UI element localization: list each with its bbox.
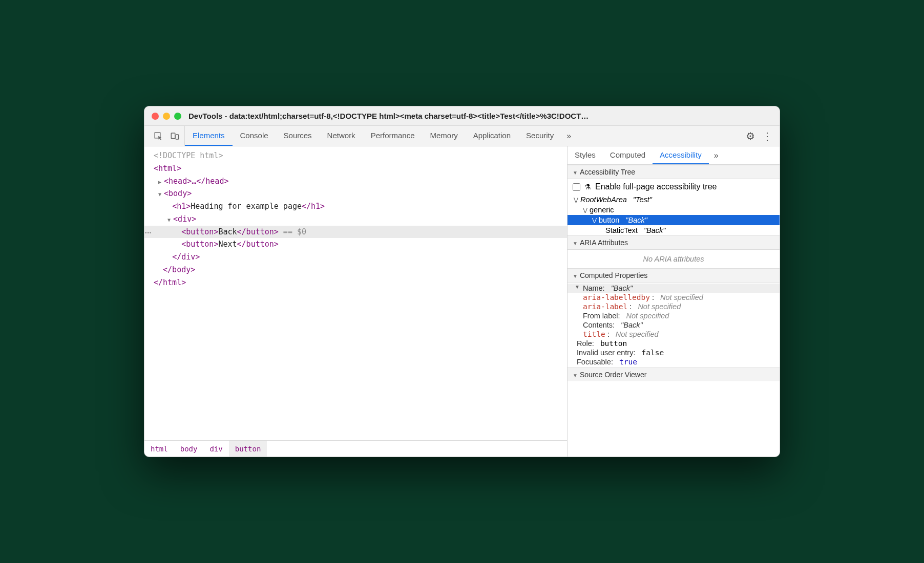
enable-full-tree-row: ⚗ Enable full-page accessibility tree (568, 179, 780, 194)
svg-rect-1 (176, 135, 178, 139)
button-next-line[interactable]: <button>Next</button> (144, 238, 567, 251)
subtabs-overflow-icon[interactable]: » (709, 146, 724, 164)
div-close[interactable]: </div> (144, 251, 567, 264)
window-title: DevTools - data:text/html;charset=utf-8,… (188, 112, 772, 120)
computed-aria-label: aria-label: Not specified (568, 302, 780, 311)
tab-elements[interactable]: Elements (185, 126, 233, 146)
main-toolbar: Elements Console Sources Network Perform… (144, 126, 780, 146)
experimental-icon: ⚗ (584, 183, 591, 191)
content-area: <!DOCTYPE html> <html> ▶<head>…</head> ▼… (144, 146, 780, 457)
computed-from-label: From label: Not specified (568, 311, 780, 320)
minimize-window-button[interactable] (163, 113, 170, 120)
computed-focusable: Focusable: true (568, 357, 780, 366)
computed-invalid: Invalid user entry: false (568, 348, 780, 357)
computed-contents: Contents: "Back" (568, 320, 780, 330)
body-open[interactable]: ▼<body> (144, 187, 567, 200)
crumb-div[interactable]: div (203, 441, 228, 457)
computed-name-row[interactable]: ▼Name: "Back" (568, 284, 780, 293)
acc-root[interactable]: ⋁RootWebArea "Test" (568, 194, 780, 205)
computed-title: title: Not specified (568, 330, 780, 339)
svg-rect-0 (171, 133, 175, 139)
button-back-line[interactable]: <button>Back</button> == $0 (144, 226, 567, 239)
accessibility-tree: ⋁RootWebArea "Test" ⋁generic ⋁button "Ba… (568, 194, 780, 235)
settings-icon[interactable]: ⚙ (746, 130, 755, 142)
close-window-button[interactable] (152, 113, 159, 120)
sidebar-tabs: Styles Computed Accessibility » (568, 146, 780, 165)
head-line[interactable]: ▶<head>…</head> (144, 175, 567, 188)
acc-button[interactable]: ⋁button "Back" (568, 215, 780, 225)
device-toggle-icon[interactable] (170, 132, 179, 141)
tab-memory[interactable]: Memory (423, 126, 466, 146)
maximize-window-button[interactable] (174, 113, 181, 120)
acc-tree-header[interactable]: ▼Accessibility Tree (568, 165, 780, 179)
dom-tree[interactable]: <!DOCTYPE html> <html> ▶<head>…</head> ▼… (144, 146, 567, 440)
doctype-line[interactable]: <!DOCTYPE html> (144, 149, 567, 162)
subtab-accessibility[interactable]: Accessibility (653, 146, 709, 164)
sidebar-panel: Styles Computed Accessibility » ▼Accessi… (568, 146, 780, 457)
enable-full-tree-label: Enable full-page accessibility tree (595, 182, 717, 191)
elements-panel: <!DOCTYPE html> <html> ▶<head>…</head> ▼… (144, 146, 568, 457)
inspect-icon[interactable] (154, 132, 163, 141)
devtools-window: DevTools - data:text/html;charset=utf-8,… (144, 106, 780, 457)
tab-network[interactable]: Network (320, 126, 363, 146)
acc-generic[interactable]: ⋁generic (568, 205, 780, 215)
aria-header[interactable]: ▼ARIA Attributes (568, 235, 780, 250)
titlebar: DevTools - data:text/html;charset=utf-8,… (144, 106, 780, 126)
acc-statictext[interactable]: StaticText "Back" (568, 225, 780, 235)
tab-sources[interactable]: Sources (276, 126, 320, 146)
source-order-header[interactable]: ▼Source Order Viewer (568, 367, 780, 381)
tab-console[interactable]: Console (233, 126, 276, 146)
tab-security[interactable]: Security (518, 126, 561, 146)
more-options-icon[interactable]: ⋮ (762, 130, 772, 142)
div-open[interactable]: ▼<div> (144, 213, 567, 226)
computed-aria-labelledby: aria-labelledby: Not specified (568, 293, 780, 302)
h1-line[interactable]: <h1>Heading for example page</h1> (144, 200, 567, 213)
aria-empty: No ARIA attributes (568, 250, 780, 268)
body-close[interactable]: </body> (144, 264, 567, 276)
computed-role: Role: button (568, 339, 780, 348)
enable-full-tree-checkbox[interactable] (573, 183, 580, 191)
breadcrumb: html body div button (144, 440, 567, 457)
tab-application[interactable]: Application (466, 126, 518, 146)
tab-performance[interactable]: Performance (363, 126, 423, 146)
computed-props-header[interactable]: ▼Computed Properties (568, 268, 780, 283)
html-open[interactable]: <html> (144, 162, 567, 175)
traffic-lights (152, 113, 181, 120)
subtab-computed[interactable]: Computed (603, 146, 653, 164)
subtab-styles[interactable]: Styles (568, 146, 603, 164)
crumb-html[interactable]: html (144, 441, 174, 457)
html-close[interactable]: </html> (144, 276, 567, 289)
crumb-body[interactable]: body (174, 441, 204, 457)
tabs-overflow-icon[interactable]: » (561, 126, 576, 146)
crumb-button[interactable]: button (229, 441, 267, 457)
computed-props: ▼Name: "Back" aria-labelledby: Not speci… (568, 283, 780, 367)
